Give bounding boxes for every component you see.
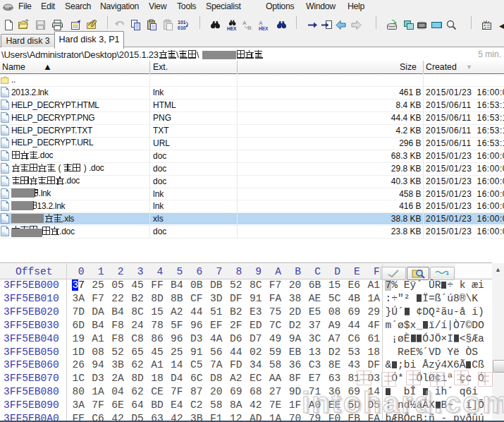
svg-text:HEX: HEX xyxy=(259,26,269,31)
svg-text:010: 010 xyxy=(178,25,186,30)
svg-text:HEX: HEX xyxy=(227,26,237,31)
svg-text:A: A xyxy=(259,20,263,26)
svg-text:A: A xyxy=(242,20,247,26)
svg-text:101: 101 xyxy=(178,20,186,25)
svg-text:B: B xyxy=(247,25,252,31)
